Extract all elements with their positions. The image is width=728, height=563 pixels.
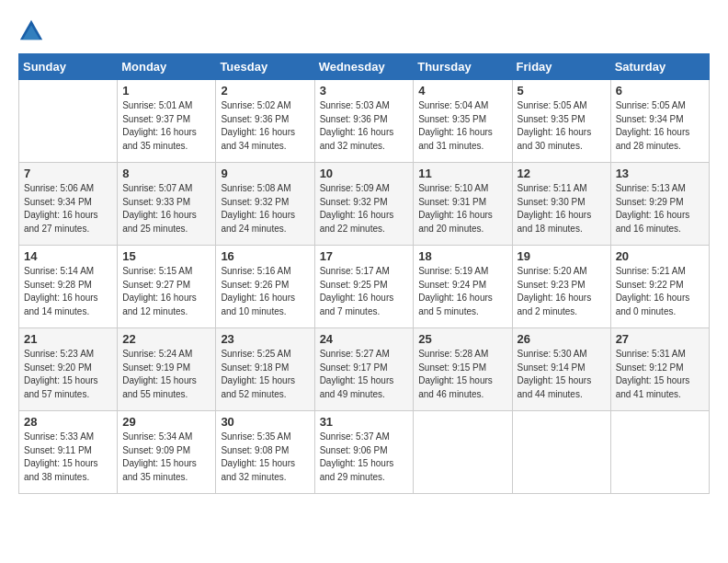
day-info: Sunrise: 5:25 AMSunset: 9:18 PMDaylight:… [221, 348, 309, 401]
day-info: Sunrise: 5:15 AMSunset: 9:27 PMDaylight:… [122, 265, 210, 318]
day-info: Sunrise: 5:09 AMSunset: 9:32 PMDaylight:… [320, 182, 409, 236]
calendar-cell: 3Sunrise: 5:03 AMSunset: 9:36 PMDaylight… [314, 80, 414, 163]
calendar-cell: 11Sunrise: 5:10 AMSunset: 9:31 PMDayligh… [414, 163, 512, 246]
day-info: Sunrise: 5:35 AMSunset: 9:08 PMDaylight:… [221, 431, 309, 484]
day-info: Sunrise: 5:01 AMSunset: 9:37 PMDaylight:… [122, 99, 210, 153]
page-header [18, 18, 710, 44]
calendar-week-row: 21Sunrise: 5:23 AMSunset: 9:20 PMDayligh… [19, 328, 710, 411]
day-info: Sunrise: 5:24 AMSunset: 9:19 PMDaylight:… [122, 348, 210, 401]
calendar-week-row: 1Sunrise: 5:01 AMSunset: 9:37 PMDaylight… [19, 80, 710, 163]
day-info: Sunrise: 5:07 AMSunset: 9:33 PMDaylight:… [122, 182, 210, 236]
day-info: Sunrise: 5:17 AMSunset: 9:25 PMDaylight:… [320, 265, 409, 318]
day-info: Sunrise: 5:34 AMSunset: 9:09 PMDaylight:… [122, 431, 210, 484]
calendar-cell: 22Sunrise: 5:24 AMSunset: 9:19 PMDayligh… [118, 328, 216, 411]
day-info: Sunrise: 5:21 AMSunset: 9:22 PMDaylight:… [616, 265, 704, 318]
calendar-cell: 6Sunrise: 5:05 AMSunset: 9:34 PMDaylight… [610, 80, 709, 163]
day-number: 19 [518, 249, 606, 263]
day-info: Sunrise: 5:05 AMSunset: 9:35 PMDaylight:… [518, 99, 606, 153]
day-number: 23 [221, 332, 309, 346]
calendar-cell: 24Sunrise: 5:27 AMSunset: 9:17 PMDayligh… [314, 328, 414, 411]
day-info: Sunrise: 5:28 AMSunset: 9:15 PMDaylight:… [418, 348, 506, 401]
day-number: 20 [616, 249, 704, 263]
day-number: 2 [221, 84, 309, 98]
calendar-cell: 7Sunrise: 5:06 AMSunset: 9:34 PMDaylight… [19, 163, 118, 246]
day-info: Sunrise: 5:13 AMSunset: 9:29 PMDaylight:… [616, 182, 704, 236]
day-number: 30 [221, 415, 309, 429]
day-number: 12 [518, 167, 606, 180]
day-info: Sunrise: 5:27 AMSunset: 9:17 PMDaylight:… [320, 348, 409, 401]
calendar-cell: 26Sunrise: 5:30 AMSunset: 9:14 PMDayligh… [512, 328, 610, 411]
day-number: 22 [122, 332, 210, 346]
calendar-cell: 21Sunrise: 5:23 AMSunset: 9:20 PMDayligh… [19, 328, 118, 411]
day-info: Sunrise: 5:16 AMSunset: 9:26 PMDaylight:… [221, 265, 309, 318]
day-number: 14 [24, 249, 112, 263]
day-info: Sunrise: 5:05 AMSunset: 9:34 PMDaylight:… [616, 99, 704, 153]
day-number: 1 [122, 84, 210, 98]
weekday-header-sunday: Sunday [19, 54, 118, 80]
calendar-cell: 17Sunrise: 5:17 AMSunset: 9:25 PMDayligh… [314, 246, 414, 328]
day-info: Sunrise: 5:33 AMSunset: 9:11 PMDaylight:… [24, 431, 112, 484]
calendar-cell: 14Sunrise: 5:14 AMSunset: 9:28 PMDayligh… [19, 246, 118, 328]
day-number: 17 [320, 249, 409, 263]
day-number: 13 [616, 167, 704, 180]
day-info: Sunrise: 5:37 AMSunset: 9:06 PMDaylight:… [320, 431, 409, 484]
day-number: 16 [221, 249, 309, 263]
calendar-cell: 18Sunrise: 5:19 AMSunset: 9:24 PMDayligh… [414, 246, 512, 328]
day-number: 3 [320, 84, 409, 98]
day-info: Sunrise: 5:11 AMSunset: 9:30 PMDaylight:… [518, 182, 606, 236]
day-number: 4 [418, 84, 506, 98]
calendar-cell: 19Sunrise: 5:20 AMSunset: 9:23 PMDayligh… [512, 246, 610, 328]
day-info: Sunrise: 5:04 AMSunset: 9:35 PMDaylight:… [418, 99, 506, 153]
weekday-header-friday: Friday [512, 54, 610, 80]
calendar-cell [610, 411, 709, 494]
calendar-cell: 8Sunrise: 5:07 AMSunset: 9:33 PMDaylight… [118, 163, 216, 246]
calendar-cell [414, 411, 512, 494]
day-number: 10 [320, 167, 409, 180]
day-info: Sunrise: 5:31 AMSunset: 9:12 PMDaylight:… [616, 348, 704, 401]
weekday-header-monday: Monday [118, 54, 216, 80]
calendar-cell: 25Sunrise: 5:28 AMSunset: 9:15 PMDayligh… [414, 328, 512, 411]
weekday-header-row: SundayMondayTuesdayWednesdayThursdayFrid… [19, 54, 710, 80]
calendar-cell: 2Sunrise: 5:02 AMSunset: 9:36 PMDaylight… [216, 80, 314, 163]
day-number: 8 [122, 167, 210, 180]
day-info: Sunrise: 5:20 AMSunset: 9:23 PMDaylight:… [518, 265, 606, 318]
calendar-week-row: 28Sunrise: 5:33 AMSunset: 9:11 PMDayligh… [19, 411, 710, 494]
calendar-cell: 10Sunrise: 5:09 AMSunset: 9:32 PMDayligh… [314, 163, 414, 246]
calendar-cell: 29Sunrise: 5:34 AMSunset: 9:09 PMDayligh… [118, 411, 216, 494]
day-number: 21 [24, 332, 112, 346]
calendar-cell: 9Sunrise: 5:08 AMSunset: 9:32 PMDaylight… [216, 163, 314, 246]
logo-icon [18, 18, 44, 44]
calendar-cell: 4Sunrise: 5:04 AMSunset: 9:35 PMDaylight… [414, 80, 512, 163]
calendar-cell: 12Sunrise: 5:11 AMSunset: 9:30 PMDayligh… [512, 163, 610, 246]
calendar-cell: 28Sunrise: 5:33 AMSunset: 9:11 PMDayligh… [19, 411, 118, 494]
calendar-cell [512, 411, 610, 494]
day-number: 11 [418, 167, 506, 180]
weekday-header-tuesday: Tuesday [216, 54, 314, 80]
weekday-header-saturday: Saturday [610, 54, 709, 80]
logo [18, 18, 48, 44]
day-info: Sunrise: 5:23 AMSunset: 9:20 PMDaylight:… [24, 348, 112, 401]
calendar-cell [19, 80, 118, 163]
day-info: Sunrise: 5:02 AMSunset: 9:36 PMDaylight:… [221, 99, 309, 153]
calendar-cell: 31Sunrise: 5:37 AMSunset: 9:06 PMDayligh… [314, 411, 414, 494]
day-number: 7 [24, 167, 112, 180]
calendar-cell: 30Sunrise: 5:35 AMSunset: 9:08 PMDayligh… [216, 411, 314, 494]
day-number: 31 [320, 415, 409, 429]
calendar-cell: 20Sunrise: 5:21 AMSunset: 9:22 PMDayligh… [610, 246, 709, 328]
day-info: Sunrise: 5:03 AMSunset: 9:36 PMDaylight:… [320, 99, 409, 153]
day-number: 15 [122, 249, 210, 263]
day-info: Sunrise: 5:08 AMSunset: 9:32 PMDaylight:… [221, 182, 309, 236]
day-number: 5 [518, 84, 606, 98]
day-number: 24 [320, 332, 409, 346]
day-number: 25 [418, 332, 506, 346]
calendar-cell: 23Sunrise: 5:25 AMSunset: 9:18 PMDayligh… [216, 328, 314, 411]
calendar-week-row: 7Sunrise: 5:06 AMSunset: 9:34 PMDaylight… [19, 163, 710, 246]
day-number: 6 [616, 84, 704, 98]
calendar-cell: 15Sunrise: 5:15 AMSunset: 9:27 PMDayligh… [118, 246, 216, 328]
day-info: Sunrise: 5:06 AMSunset: 9:34 PMDaylight:… [24, 182, 112, 236]
weekday-header-wednesday: Wednesday [314, 54, 414, 80]
calendar-week-row: 14Sunrise: 5:14 AMSunset: 9:28 PMDayligh… [19, 246, 710, 328]
day-info: Sunrise: 5:14 AMSunset: 9:28 PMDaylight:… [24, 265, 112, 318]
calendar-table: SundayMondayTuesdayWednesdayThursdayFrid… [18, 53, 710, 494]
day-number: 28 [24, 415, 112, 429]
